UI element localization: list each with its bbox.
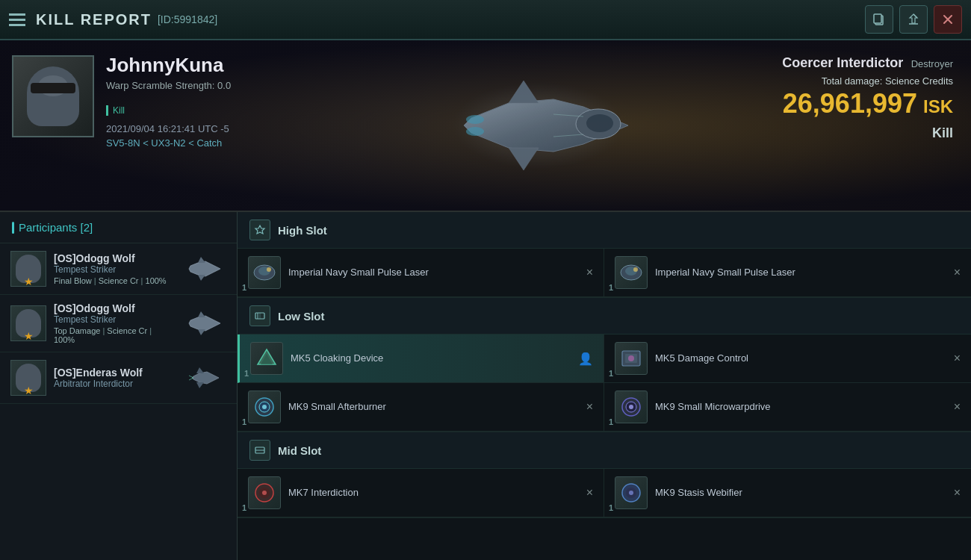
- slot-grid: MK7 Interdiction × 1 MK9 Stasis Webifier…: [238, 469, 971, 517]
- item-name: MK9 Small Microwarpdrive: [655, 401, 946, 414]
- svg-point-8: [466, 115, 484, 124]
- item-icon: [248, 476, 281, 509]
- item-name: Imperial Navy Small Pulse Laser: [288, 267, 579, 279]
- list-item[interactable]: ★ [OS]Odogg Wolf Tempest Striker Top Dam…: [0, 295, 237, 352]
- kill-location: SV5-8N < UX3-N2 < Catch: [106, 137, 315, 149]
- participant-name: [OS]Odogg Wolf: [54, 302, 174, 314]
- slot-header: High Slot: [238, 212, 971, 249]
- svg-rect-1: [874, 14, 881, 23]
- slot-item[interactable]: MK9 Small Afterburner × 1: [238, 383, 604, 432]
- item-count: 1: [242, 503, 246, 512]
- damage-label: Total damage: Science Credits: [780, 75, 953, 87]
- svg-point-36: [628, 355, 634, 361]
- player-avatar: [12, 55, 94, 137]
- svg-marker-12: [189, 261, 220, 276]
- person-icon: 👤: [578, 352, 593, 366]
- list-item[interactable]: ★ [OS]Enderas Wolf Arbitrator Interdicto…: [0, 352, 237, 404]
- svg-marker-17: [198, 329, 205, 335]
- slot-item[interactable]: MK5 Cloaking Device 👤 1: [238, 335, 604, 383]
- slot-item[interactable]: MK5 Damage Control × 1: [604, 335, 971, 383]
- loadout-panel: High Slot Imperial Navy Small Pulse Lase…: [238, 212, 971, 560]
- slot-item[interactable]: Imperial Navy Small Pulse Laser × 1: [238, 249, 604, 297]
- close-icon[interactable]: ×: [954, 266, 961, 279]
- warp-strength: Warp Scramble Strength: 0.0: [106, 80, 315, 91]
- report-id: [ID:5991842]: [158, 13, 217, 25]
- item-icon: [615, 342, 648, 375]
- item-name: MK7 Interdiction: [288, 487, 579, 500]
- kill-tag: Kill: [106, 105, 125, 116]
- participant-meta: Final Blow | Science Cr | 100%: [54, 276, 174, 285]
- report-title: KILL REPORT: [36, 11, 152, 28]
- close-icon[interactable]: ×: [586, 400, 593, 414]
- item-count: 1: [609, 283, 613, 292]
- item-name: MK5 Damage Control: [655, 352, 946, 365]
- slot-item[interactable]: Imperial Navy Small Pulse Laser × 1: [604, 249, 971, 297]
- slot-item[interactable]: MK9 Stasis Webifier × 1: [604, 469, 971, 517]
- participant-info: [OS]Enderas Wolf Arbitrator Interdictor: [54, 367, 174, 389]
- avatar: ★: [10, 305, 46, 341]
- star-icon: ★: [24, 330, 34, 342]
- slot-grid: Imperial Navy Small Pulse Laser × 1 Impe…: [238, 249, 971, 297]
- kill-badge: Kill: [780, 125, 953, 141]
- close-icon[interactable]: ×: [586, 486, 593, 500]
- close-icon[interactable]: ×: [954, 352, 961, 365]
- svg-point-50: [629, 491, 633, 495]
- avatar: ★: [10, 360, 46, 396]
- damage-number: 26,961,997: [783, 88, 917, 119]
- item-icon: [250, 342, 283, 375]
- item-count: 1: [242, 417, 246, 426]
- participant-role: Tempest Striker: [54, 314, 174, 325]
- item-icon: [248, 256, 281, 289]
- svg-marker-14: [198, 275, 205, 281]
- star-icon: ★: [24, 385, 34, 396]
- item-count: 1: [244, 369, 249, 378]
- participant-info: [OS]Odogg Wolf Tempest Striker Final Blo…: [54, 252, 174, 285]
- currency-label: ISK: [923, 96, 953, 117]
- high-slot-icon: [249, 220, 270, 240]
- title-bar: KILL REPORT [ID:5991842]: [0, 0, 971, 40]
- item-icon: [248, 391, 281, 423]
- slot-title: Low Slot: [278, 310, 325, 323]
- slot-header: Low Slot: [238, 298, 971, 335]
- close-icon[interactable]: ×: [586, 266, 593, 279]
- svg-point-39: [262, 405, 267, 409]
- close-icon[interactable]: ×: [954, 400, 961, 414]
- participants-title: Participants [2]: [19, 221, 93, 234]
- item-count: 1: [609, 369, 613, 378]
- svg-point-5: [586, 114, 613, 132]
- svg-marker-16: [198, 311, 205, 317]
- export-button[interactable]: [899, 5, 928, 34]
- close-icon[interactable]: ×: [954, 486, 961, 500]
- participant-ship-icon: [182, 254, 226, 284]
- high-slot-section: High Slot Imperial Navy Small Pulse Lase…: [238, 212, 971, 298]
- item-icon: [615, 256, 648, 289]
- slot-title: Mid Slot: [278, 444, 321, 457]
- close-button[interactable]: [934, 5, 962, 34]
- slot-title: High Slot: [278, 224, 327, 237]
- damage-value: 26,961,997 ISK: [780, 88, 953, 119]
- main-content: Participants [2] ★ [OS]Odogg Wolf Tempes…: [0, 212, 971, 560]
- svg-point-42: [629, 405, 633, 409]
- low-slot-icon: [249, 305, 270, 326]
- list-item[interactable]: ★ [OS]Odogg Wolf Tempest Striker Final B…: [0, 243, 237, 295]
- svg-marker-19: [196, 367, 204, 373]
- svg-marker-13: [198, 257, 205, 263]
- svg-point-9: [466, 127, 484, 136]
- ship-type-label: Destroyer: [911, 58, 953, 69]
- participant-meta: Top Damage | Science Cr | 100%: [54, 326, 174, 344]
- participant-name: [OS]Odogg Wolf: [54, 252, 174, 264]
- participant-name: [OS]Enderas Wolf: [54, 367, 174, 379]
- slot-item[interactable]: MK7 Interdiction × 1: [238, 469, 604, 517]
- svg-marker-18: [192, 372, 219, 384]
- ship-class-display: Coercer Interdictor Destroyer: [780, 55, 953, 71]
- svg-point-25: [267, 267, 271, 272]
- slot-item[interactable]: MK9 Small Microwarpdrive × 1: [604, 383, 971, 432]
- svg-marker-15: [189, 316, 220, 331]
- kill-date: 2021/09/04 16:21:41 UTC -5: [106, 123, 315, 134]
- low-slot-section: Low Slot MK5 Cloaking Device 👤 1: [238, 298, 971, 432]
- hero-info: JohnnyKuna Warp Scramble Strength: 0.0 K…: [106, 40, 315, 211]
- participant-role: Arbitrator Interdictor: [54, 379, 174, 389]
- copy-button[interactable]: [865, 5, 893, 34]
- menu-icon[interactable]: [9, 13, 25, 26]
- star-icon: ★: [24, 276, 34, 287]
